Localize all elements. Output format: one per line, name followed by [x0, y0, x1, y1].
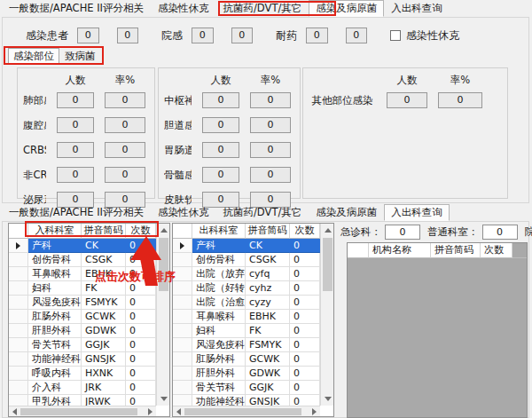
table-cell[interactable]: 0 [126, 395, 156, 406]
table-cell[interactable]: 0 [126, 352, 156, 367]
row-marker-cell[interactable] [9, 281, 28, 296]
row-marker-cell[interactable] [9, 352, 28, 367]
scrollbar-thumb[interactable] [184, 408, 301, 415]
table-cell[interactable]: 风湿免疫科 [28, 296, 82, 310]
scroll-right-icon[interactable] [312, 408, 317, 415]
row-marker-cell[interactable] [9, 296, 28, 310]
tab-antibiotics-dvt-2[interactable]: 抗菌药/DVT/其它 [216, 204, 309, 221]
column-header[interactable]: 次数 [290, 224, 320, 239]
table-cell[interactable]: GCWK [246, 352, 290, 367]
horizontal-scrollbar[interactable] [9, 406, 156, 416]
row-marker-cell[interactable] [9, 310, 28, 324]
table-cell[interactable]: 妇科 [28, 281, 82, 296]
row-marker-cell[interactable] [173, 352, 192, 367]
horizontal-scrollbar[interactable] [173, 406, 320, 416]
row-marker-cell[interactable] [173, 338, 192, 352]
scroll-left-icon[interactable] [12, 408, 17, 415]
row-marker-cell[interactable] [173, 395, 192, 406]
row-marker-cell[interactable] [173, 324, 192, 338]
table-cell[interactable]: 风湿免疫科 [192, 338, 246, 352]
table-cell[interactable]: 创伤骨科 [28, 253, 82, 267]
table-cell[interactable]: 0 [290, 352, 320, 367]
count-field[interactable]: 0 [57, 92, 94, 108]
table-cell[interactable]: cyfq [246, 267, 290, 281]
table-cell[interactable]: 介入科 [28, 381, 82, 395]
table-cell[interactable]: 耳鼻喉科 [28, 267, 82, 281]
table-cell[interactable]: 出院（放弃） [192, 267, 246, 281]
table-cell[interactable]: 产科 [192, 239, 246, 253]
table-cell[interactable]: CSGK [82, 253, 126, 267]
column-header[interactable]: 拼音简码 [246, 224, 290, 239]
column-header[interactable]: 出科科室 [192, 224, 246, 239]
row-marker-cell[interactable] [9, 367, 28, 381]
column-header-org-name[interactable]: 机构名称 [369, 243, 431, 258]
row-marker-cell[interactable] [9, 267, 28, 281]
table-cell[interactable]: GDWK [246, 367, 290, 381]
table-cell[interactable]: 0 [290, 395, 320, 406]
table-cell[interactable]: 0 [126, 381, 156, 395]
table-cell[interactable]: 0 [290, 367, 320, 381]
scroll-up-icon[interactable] [325, 228, 332, 233]
table-cell[interactable]: JRWK [82, 395, 126, 406]
infectious-shock-checkbox[interactable] [390, 30, 401, 41]
row-marker-cell[interactable] [9, 239, 28, 253]
table-cell[interactable]: 甲乳外科 [28, 395, 82, 406]
column-header-pinyin-code[interactable]: 拼音简码 [431, 243, 481, 258]
row-marker-cell[interactable] [173, 267, 192, 281]
table-cell[interactable]: CK [82, 239, 126, 253]
table-cell[interactable]: 0 [290, 253, 320, 267]
rate-field[interactable]: 0 [250, 167, 291, 183]
table-cell[interactable]: 0 [126, 324, 156, 338]
table-cell[interactable]: 肝胆外科 [192, 367, 246, 381]
hospital-infection-count-field[interactable]: 0 [192, 28, 214, 43]
table-cell[interactable]: 骨关节科 [192, 381, 246, 395]
table-cell[interactable]: GGJK [246, 381, 290, 395]
drug-resistance-rate-field[interactable]: 0 [346, 28, 368, 43]
table-cell[interactable]: 出院（好转） [192, 281, 246, 296]
general-dept-field[interactable]: 0 [482, 225, 518, 240]
table-cell[interactable]: GGJK [82, 338, 126, 352]
tab-septic-shock-2[interactable]: 感染性休克 [151, 204, 216, 221]
scroll-down-icon[interactable] [325, 397, 332, 401]
rate-field[interactable]: 0 [250, 117, 291, 133]
table-cell[interactable]: 0 [126, 367, 156, 381]
table-cell[interactable]: 0 [290, 267, 320, 281]
table-cell[interactable]: 耳鼻喉科 [192, 310, 246, 324]
scrollbar-thumb[interactable] [323, 238, 332, 291]
table-cell[interactable]: EBHK [246, 310, 290, 324]
rate-field[interactable]: 0 [250, 92, 291, 108]
emergency-dept-field[interactable]: 0 [385, 225, 420, 240]
scroll-down-icon[interactable] [160, 397, 168, 401]
row-marker-cell[interactable] [173, 310, 192, 324]
count-field[interactable]: 0 [57, 167, 94, 183]
row-marker-cell[interactable] [173, 281, 192, 296]
row-marker-cell[interactable] [9, 338, 28, 352]
table-cell[interactable]: 呼吸内科 [28, 367, 82, 381]
table-cell[interactable]: 功能神经科 [28, 352, 82, 367]
vertical-scrollbar[interactable] [320, 224, 333, 406]
rate-field[interactable]: 0 [438, 92, 482, 108]
row-marker-cell[interactable] [9, 253, 28, 267]
rate-field[interactable]: 0 [105, 167, 145, 183]
table-cell[interactable]: 出院（治愈） [192, 296, 246, 310]
table-cell[interactable]: JRK [82, 381, 126, 395]
rate-field[interactable]: 0 [105, 142, 145, 158]
count-field[interactable]: 0 [202, 167, 239, 183]
table-cell[interactable]: 肛肠外科 [28, 310, 82, 324]
row-marker-cell[interactable] [173, 367, 192, 381]
scroll-right-icon[interactable] [148, 408, 153, 415]
tab-general-data[interactable]: 一般数据/APACHE II评分相关 [2, 0, 151, 17]
count-field[interactable]: 0 [387, 92, 427, 108]
table-cell[interactable]: 0 [126, 338, 156, 352]
count-field[interactable]: 0 [202, 92, 239, 108]
drug-resistance-count-field[interactable]: 0 [306, 28, 328, 43]
count-field[interactable]: 0 [57, 142, 94, 158]
row-marker-cell[interactable] [173, 239, 192, 253]
table-cell[interactable]: GNSJK [82, 352, 126, 367]
table-cell[interactable]: 0 [290, 310, 320, 324]
table-cell[interactable]: GNSJK [246, 395, 290, 406]
table-cell[interactable]: 产科 [28, 239, 82, 253]
table-cell[interactable]: 0 [290, 324, 320, 338]
count-field[interactable]: 0 [202, 142, 239, 158]
rate-field[interactable]: 0 [250, 142, 291, 158]
